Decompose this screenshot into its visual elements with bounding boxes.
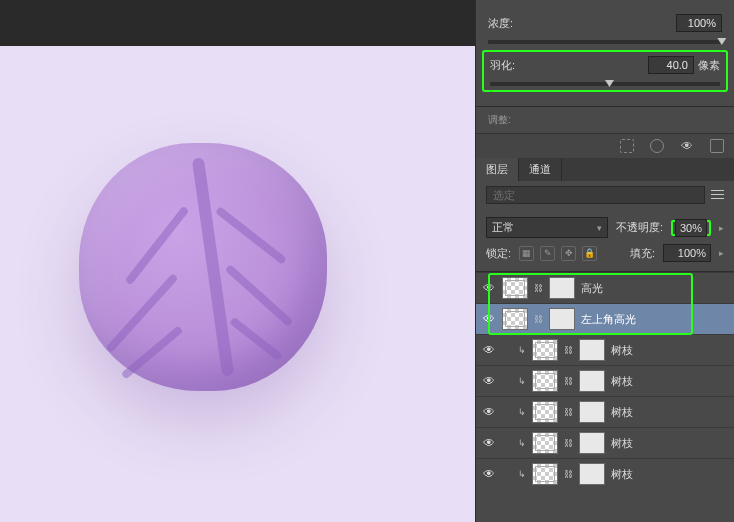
layer-search-input[interactable] xyxy=(486,186,705,204)
mask-thumbnail[interactable] xyxy=(549,308,575,330)
visibility-toggle[interactable]: 👁 xyxy=(482,436,496,450)
layer-name[interactable]: 树枝 xyxy=(611,374,633,389)
visibility-toggle[interactable]: 👁 xyxy=(482,312,496,326)
layer-row[interactable]: 👁⛓高光 xyxy=(476,272,734,303)
feather-label: 羽化: xyxy=(490,58,515,73)
panel-tabs: 图层 通道 xyxy=(476,158,734,181)
feather-row-highlight: 羽化: 40.0 像素 xyxy=(482,50,728,92)
mask-thumbnail[interactable] xyxy=(549,277,575,299)
adjust-label: 调整: xyxy=(476,107,734,133)
mask-thumbnail[interactable] xyxy=(579,401,605,423)
visibility-toggle[interactable]: 👁 xyxy=(482,281,496,295)
mask-thumbnail[interactable] xyxy=(579,339,605,361)
layer-thumbnail[interactable] xyxy=(532,401,558,423)
visibility-toggle[interactable]: 👁 xyxy=(482,405,496,419)
blend-mode-value: 正常 xyxy=(492,220,514,235)
lock-paint-icon[interactable]: ✎ xyxy=(540,246,555,261)
visibility-toggle[interactable]: 👁 xyxy=(482,467,496,481)
opacity-label: 不透明度: xyxy=(616,220,663,235)
opacity-input[interactable]: 30% xyxy=(675,219,707,237)
fill-input[interactable]: 100% xyxy=(663,244,711,262)
layer-row[interactable]: 👁↳⛓树枝 xyxy=(476,427,734,458)
lock-label: 锁定: xyxy=(486,246,511,261)
mask-properties-panel: 浓度: 100% 羽化: 40.0 像素 xyxy=(476,0,734,107)
visibility-toggle[interactable]: 👁 xyxy=(482,374,496,388)
clip-indicator-icon: ↳ xyxy=(518,345,526,355)
density-slider[interactable] xyxy=(488,40,722,44)
clip-indicator-icon: ↳ xyxy=(518,438,526,448)
document-canvas[interactable] xyxy=(0,46,475,522)
lock-move-icon[interactable]: ✥ xyxy=(561,246,576,261)
leaf-artwork xyxy=(79,143,327,391)
link-icon: ⛓ xyxy=(564,438,573,448)
layer-thumbnail[interactable] xyxy=(532,432,558,454)
layer-name[interactable]: 树枝 xyxy=(611,343,633,358)
properties-footer xyxy=(476,133,734,158)
visibility-toggle[interactable]: 👁 xyxy=(482,343,496,357)
layer-row[interactable]: 👁↳⛓树枝 xyxy=(476,365,734,396)
layer-name[interactable]: 树枝 xyxy=(611,405,633,420)
panel-menu-icon[interactable] xyxy=(711,190,724,201)
chevron-down-icon: ▾ xyxy=(597,223,602,233)
layer-thumbnail[interactable] xyxy=(532,339,558,361)
feather-unit: 像素 xyxy=(698,58,720,73)
link-icon: ⛓ xyxy=(564,376,573,386)
side-panels: 浓度: 100% 羽化: 40.0 像素 调整: 图层 xyxy=(475,0,734,522)
layer-row[interactable]: 👁⛓左上角高光 xyxy=(476,303,734,334)
clip-indicator-icon: ↳ xyxy=(518,376,526,386)
selection-icon[interactable] xyxy=(620,139,634,153)
fill-label: 填充: xyxy=(630,246,655,261)
tab-layers[interactable]: 图层 xyxy=(476,158,519,181)
layer-thumbnail[interactable] xyxy=(502,308,528,330)
layer-row[interactable]: 👁↳⛓树枝 xyxy=(476,396,734,427)
eye-icon[interactable] xyxy=(680,139,694,153)
blend-mode-select[interactable]: 正常 ▾ xyxy=(486,217,608,238)
clip-indicator-icon: ↳ xyxy=(518,469,526,479)
feather-slider[interactable] xyxy=(490,82,720,86)
canvas-area xyxy=(0,0,475,522)
density-input[interactable]: 100% xyxy=(676,14,722,32)
link-icon: ⛓ xyxy=(534,283,543,293)
link-icon: ⛓ xyxy=(534,314,543,324)
tab-channels[interactable]: 通道 xyxy=(519,158,562,181)
density-label: 浓度: xyxy=(488,16,513,31)
layer-row[interactable]: 👁↳⛓树枝 xyxy=(476,458,734,489)
layer-name[interactable]: 树枝 xyxy=(611,436,633,451)
layer-name[interactable]: 左上角高光 xyxy=(581,312,636,327)
lock-all-icon[interactable]: 🔒 xyxy=(582,246,597,261)
layer-thumbnail[interactable] xyxy=(502,277,528,299)
layer-thumbnail[interactable] xyxy=(532,370,558,392)
link-icon: ⛓ xyxy=(564,469,573,479)
mask-thumbnail[interactable] xyxy=(579,463,605,485)
layer-name[interactable]: 树枝 xyxy=(611,467,633,482)
layer-list: 👁⛓高光👁⛓左上角高光👁↳⛓树枝👁↳⛓树枝👁↳⛓树枝👁↳⛓树枝👁↳⛓树枝 xyxy=(476,272,734,522)
layer-thumbnail[interactable] xyxy=(532,463,558,485)
link-icon: ⛓ xyxy=(564,407,573,417)
link-icon: ⛓ xyxy=(564,345,573,355)
layer-row[interactable]: 👁↳⛓树枝 xyxy=(476,334,734,365)
clip-indicator-icon: ↳ xyxy=(518,407,526,417)
feather-input[interactable]: 40.0 xyxy=(648,56,694,74)
layer-name[interactable]: 高光 xyxy=(581,281,603,296)
mask-icon[interactable] xyxy=(650,139,664,153)
mask-thumbnail[interactable] xyxy=(579,370,605,392)
lock-pixels-icon[interactable]: ▦ xyxy=(519,246,534,261)
mask-thumbnail[interactable] xyxy=(579,432,605,454)
trash-icon[interactable] xyxy=(710,139,724,153)
